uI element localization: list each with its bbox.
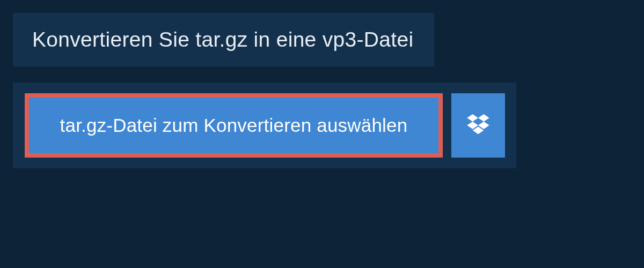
upload-panel: tar.gz-Datei zum Konvertieren auswählen [13,83,516,168]
dropbox-button[interactable] [451,93,505,158]
page-title-bar: Konvertieren Sie tar.gz in eine vp3-Date… [13,13,434,66]
dropbox-icon [467,114,489,137]
choose-file-label: tar.gz-Datei zum Konvertieren auswählen [60,115,408,136]
page-title: Konvertieren Sie tar.gz in eine vp3-Date… [32,28,415,51]
choose-file-button[interactable]: tar.gz-Datei zum Konvertieren auswählen [25,93,443,158]
